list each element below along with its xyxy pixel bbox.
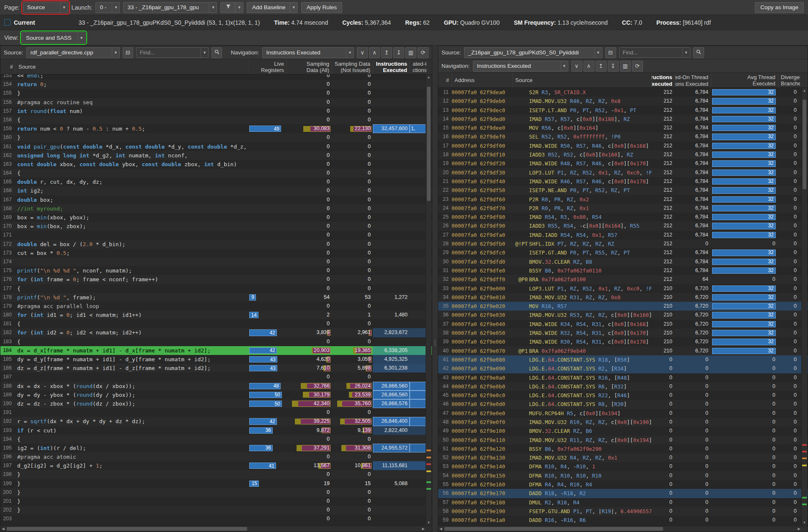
sass-row[interactable]: 2400007fa0 62f9df70P2R R0, PR, RZ, 0x121… — [438, 204, 808, 213]
jump-to-top-button[interactable]: ↥ — [381, 47, 392, 58]
sass-row[interactable]: 2600007fa0 62f9df90IADD3 R55, R54, -c[0x… — [438, 221, 808, 230]
left-horizontal-scrollbar[interactable]: ◀ ▶ — [0, 526, 432, 532]
source-row[interactable]: 176 for (int frame = 0; frame < nconf; f… — [0, 275, 432, 284]
sass-row[interactable]: 5600007fa0 62f9e170DADD R18, -R18, R2000… — [438, 489, 808, 498]
refresh-button[interactable]: ⟳ — [632, 61, 643, 72]
sass-row[interactable]: 5200007fa0 62f9e130IMAD.MOV.U32 R4, RZ, … — [438, 453, 808, 462]
sass-row[interactable]: 1400007fa0 62f9ded0IMAD R57, R57, c[0x0]… — [438, 115, 808, 123]
sass-row[interactable]: 1200007fa0 62f9deb0IMAD.MOV.U32 R46, RZ,… — [438, 97, 808, 105]
scrollbar-thumb[interactable] — [444, 527, 663, 531]
navigate-next-button[interactable]: ∨ — [571, 61, 582, 72]
sass-row[interactable]: 5100007fa0 62f9e120BSSY B6, 0x7fa062f9e2… — [438, 445, 808, 453]
source-row[interactable]: 182 for (int id2 = 0; id2 < numatm; id2+… — [0, 328, 432, 337]
sass-row[interactable]: 1100007fa0 62f9dea0S2R R3, SR_CTAID.X212… — [438, 88, 808, 97]
source-row[interactable]: 192 r = sqrtf(dx * dx + dy * dy + dz * d… — [0, 417, 432, 426]
source-row[interactable]: 188 dx = dx - xbox * (round(dx / xbox));… — [0, 382, 432, 391]
sass-row[interactable]: 1700007fa0 62f9df00IMAD.WIDE R50, R57, R… — [438, 141, 808, 150]
sass-row[interactable]: 4300007fa0 62f9e0a0LDG.E.64.CONSTANT.SYS… — [438, 373, 808, 382]
sass-row[interactable]: 3000007fa0 62f9dfd0BMOV.32.CLEAR RZ, B82… — [438, 257, 808, 266]
left-vertical-scrollbar[interactable]: ▲ ▼ — [426, 75, 431, 525]
right-navigation-select[interactable]: Instructions Executed ▾ — [473, 61, 568, 72]
source-row[interactable]: 170 box = min(box, zbox);00 — [0, 222, 432, 231]
source-row[interactable]: 195 ig2 = (int)(r / del);3637,29131,3082… — [0, 444, 432, 452]
column-live-registers[interactable]: LiveRegisters — [248, 59, 287, 74]
column-sampling-data-all[interactable]: SamplingData (All) — [287, 59, 332, 74]
scroll-right-icon[interactable]: ▶ — [421, 526, 426, 532]
sass-row[interactable]: 3500007fa0 62f9e020MOV R16, R572106,7203… — [438, 302, 808, 311]
sass-row[interactable]: 5300007fa0 62f9e140DFMA R10, R4, -R10, 1… — [438, 462, 808, 471]
sass-row[interactable]: 3700007fa0 62f9e040IMAD.WIDE R34, R54, R… — [438, 320, 808, 329]
source-row[interactable]: 20300 — [0, 514, 432, 523]
scrollbar-thumb[interactable] — [803, 100, 806, 189]
source-row[interactable]: 201 }00 — [0, 497, 432, 506]
column-predicated-on-thread[interactable]: Predicated-On ThreadInstructions Execute… — [675, 73, 711, 87]
sass-row[interactable]: 1600007fa0 62f9def0SEL R52, R52, 0xfffff… — [438, 132, 808, 141]
sass-row[interactable]: 5800007fa0 62f9e190FSETP.GTU.AND P1, PT,… — [438, 507, 808, 516]
sass-row[interactable]: 2200007fa0 62f9df50ISETP.NE.AND P0, PT, … — [438, 186, 808, 195]
scroll-down-icon[interactable]: ▼ — [426, 520, 431, 525]
right-horizontal-scrollbar[interactable]: ◀ ▶ — [438, 526, 808, 532]
source-row[interactable]: 159 return num < 0 ? num - 0.5 : num + 0… — [0, 124, 432, 133]
jump-to-top-button[interactable]: ↥ — [596, 61, 607, 72]
sass-row[interactable]: 4700007fa0 62f9e0e0MUFU.RCP64H R5, c[0x0… — [438, 409, 808, 418]
source-row[interactable]: 200 }00 — [0, 488, 432, 497]
jump-to-bottom-button[interactable]: ↧ — [393, 47, 404, 58]
sass-row[interactable]: 5700007fa0 62f9e180DMUL R2, R18, R40000 — [438, 498, 808, 507]
filter-button[interactable]: ▾ — [220, 2, 243, 13]
source-row[interactable]: 154 return 0;00 — [0, 80, 432, 89]
source-row[interactable]: 202}00 — [0, 506, 432, 514]
left-navigation-select[interactable]: Instructions Executed ▾ — [262, 47, 354, 58]
sass-row[interactable]: 3200007fa0 62f9dff0@P0BRA 0x7fa062fa0100… — [438, 275, 808, 284]
sass-row[interactable]: 2100007fa0 62f9df40IMAD.WIDE R46, R57, R… — [438, 177, 808, 186]
source-row[interactable]: 189 dy = dy - ybox * (round(dy / ybox));… — [0, 391, 432, 399]
right-search-button[interactable] — [693, 47, 704, 58]
source-row[interactable]: 181 {00 — [0, 319, 432, 328]
sass-row[interactable]: 5400007fa0 62f9e150DFMA R10, R10, R10, R… — [438, 471, 808, 480]
source-row[interactable]: 163 const double xbox, const double ybox… — [0, 160, 432, 169]
source-row[interactable]: 194 {00 — [0, 435, 432, 444]
source-row[interactable]: 185 dy = d_y[frame * numatm + id1] - d_y… — [0, 355, 432, 364]
sass-row[interactable]: 1500007fa0 62f9dee0MOV R56, c[0x0][0x164… — [438, 123, 808, 132]
source-row[interactable]: 156#pragma acc routine seq00 — [0, 98, 432, 107]
sass-row[interactable]: 1900007fa0 62f9df20IMAD.WIDE R48, R57, R… — [438, 159, 808, 168]
scroll-left-icon[interactable]: ◀ — [438, 526, 444, 532]
source-row[interactable]: 190 dz = dz - zbox * (round(dz / zbox));… — [0, 399, 432, 408]
sass-row[interactable]: 3600007fa0 62f9e030IMAD.MOV.U32 R53, RZ,… — [438, 311, 808, 319]
column-avg-thread-executed[interactable]: Avg ThreadExecuted — [711, 73, 778, 87]
left-find-input[interactable]: Find... ▾ — [136, 47, 209, 58]
sass-row[interactable]: 2000007fa0 62f9df30LOP3.LUT P1, RZ, R52,… — [438, 168, 808, 177]
columns-button[interactable]: ▥ — [620, 61, 631, 72]
sass-row[interactable]: 3800007fa0 62f9e050IMAD.WIDE R32, R54, R… — [438, 329, 808, 337]
column-divergent-branches[interactable]: DivergentBranches — [778, 73, 800, 87]
source-row[interactable]: 167 double box;00 — [0, 195, 432, 204]
source-row[interactable]: 157int round(float num)00 — [0, 107, 432, 116]
source-row[interactable]: 17400 — [0, 257, 432, 266]
sass-row[interactable]: 1300007fa0 62f9dec0ISETP.LT.AND P0, PT, … — [438, 106, 808, 115]
source-row[interactable]: 165 double r, cut, dx, dy, dz;00 — [0, 177, 432, 186]
source-row[interactable]: 196#pragma acc atomic00 — [0, 452, 432, 461]
source-row[interactable]: 155}00 — [0, 89, 432, 98]
source-row[interactable]: 153 << endl;00 — [0, 75, 432, 80]
source-row[interactable]: 164{00 — [0, 169, 432, 177]
source-row[interactable]: 197 d_g2[ig2] = d_g2[ig2] + 1;4113,56710… — [0, 461, 432, 470]
sass-row[interactable]: 4400007fa0 62f9e0b0LDG.E.64.CONSTANT.SYS… — [438, 382, 808, 391]
sass-row[interactable]: 4500007fa0 62f9e0c0LDG.E.64.CONSTANT.SYS… — [438, 391, 808, 400]
sass-row[interactable]: 2700007fa0 62f9dfa0IMAD.IADD R54, R54, 0… — [438, 231, 808, 239]
source-row[interactable]: 178 printf("\n %d ", frame);954531,272 — [0, 293, 432, 302]
split-view-button[interactable]: ⊟ — [605, 47, 616, 58]
source-row[interactable]: 186 dz = d_z[frame * numatm + id1] - d_z… — [0, 364, 432, 373]
source-row[interactable]: 18700 — [0, 373, 432, 381]
column-predicated-truncated[interactable]: ated-On Threadctions Executed — [410, 59, 426, 74]
left-search-button[interactable] — [212, 47, 222, 58]
scroll-up-icon[interactable]: ▲ — [802, 88, 807, 93]
sass-row[interactable]: 4800007fa0 62f9e0f0IMAD.MOV.U32 R10, RZ,… — [438, 418, 808, 427]
sass-row[interactable]: 3300007fa0 62f9e000LOP3.LUT P1, RZ, R52,… — [438, 284, 808, 293]
source-row[interactable]: 169 box = min(xbox, ybox);00 — [0, 213, 432, 222]
refresh-button[interactable]: ⟳ — [418, 47, 429, 58]
sass-row[interactable]: 2300007fa0 62f9df60P2R R0, PR, RZ, 0x221… — [438, 195, 808, 204]
split-view-button[interactable]: ⊟ — [123, 47, 133, 58]
scroll-right-icon[interactable]: ▶ — [796, 526, 802, 532]
sass-row[interactable]: 2800007fa0 62f9dfb0@!PTSHFL.IDX PT, RZ, … — [438, 239, 808, 248]
panel-splitter[interactable]: ⋮ — [432, 46, 438, 532]
navigate-previous-button[interactable]: ∧ — [583, 61, 594, 72]
